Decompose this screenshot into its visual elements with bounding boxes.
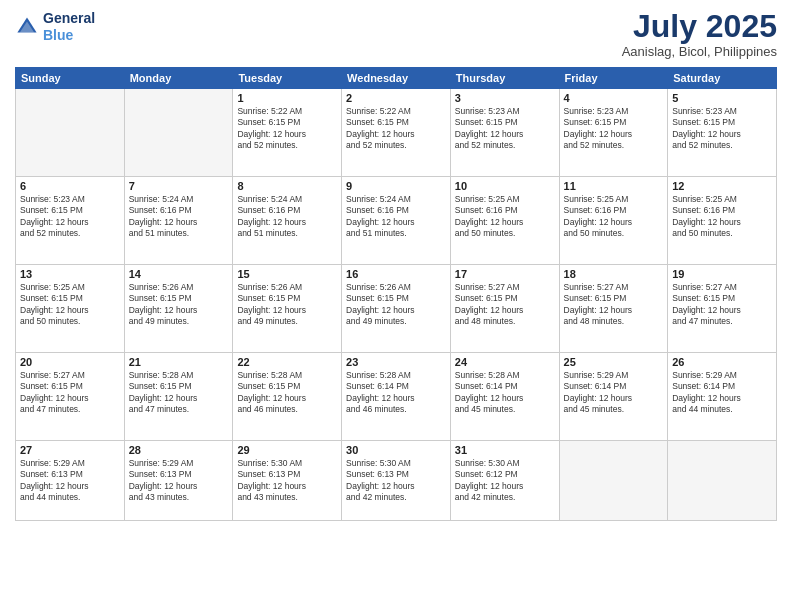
day-number: 13 [20, 268, 120, 280]
table-row: 19Sunrise: 5:27 AM Sunset: 6:15 PM Dayli… [668, 265, 777, 353]
week-row-2: 6Sunrise: 5:23 AM Sunset: 6:15 PM Daylig… [16, 177, 777, 265]
day-info: Sunrise: 5:27 AM Sunset: 6:15 PM Dayligh… [672, 282, 772, 328]
table-row: 13Sunrise: 5:25 AM Sunset: 6:15 PM Dayli… [16, 265, 125, 353]
day-number: 1 [237, 92, 337, 104]
location: Aanislag, Bicol, Philippines [622, 44, 777, 59]
day-number: 2 [346, 92, 446, 104]
table-row: 9Sunrise: 5:24 AM Sunset: 6:16 PM Daylig… [342, 177, 451, 265]
week-row-1: 1Sunrise: 5:22 AM Sunset: 6:15 PM Daylig… [16, 89, 777, 177]
day-number: 17 [455, 268, 555, 280]
day-number: 15 [237, 268, 337, 280]
day-info: Sunrise: 5:22 AM Sunset: 6:15 PM Dayligh… [237, 106, 337, 152]
page: General Blue July 2025 Aanislag, Bicol, … [0, 0, 792, 612]
table-row: 21Sunrise: 5:28 AM Sunset: 6:15 PM Dayli… [124, 353, 233, 441]
day-number: 22 [237, 356, 337, 368]
day-info: Sunrise: 5:30 AM Sunset: 6:13 PM Dayligh… [237, 458, 337, 504]
table-row: 4Sunrise: 5:23 AM Sunset: 6:15 PM Daylig… [559, 89, 668, 177]
col-saturday: Saturday [668, 68, 777, 89]
table-row: 20Sunrise: 5:27 AM Sunset: 6:15 PM Dayli… [16, 353, 125, 441]
day-number: 29 [237, 444, 337, 456]
calendar: Sunday Monday Tuesday Wednesday Thursday… [15, 67, 777, 521]
day-info: Sunrise: 5:24 AM Sunset: 6:16 PM Dayligh… [129, 194, 229, 240]
table-row: 23Sunrise: 5:28 AM Sunset: 6:14 PM Dayli… [342, 353, 451, 441]
day-info: Sunrise: 5:27 AM Sunset: 6:15 PM Dayligh… [455, 282, 555, 328]
day-number: 11 [564, 180, 664, 192]
table-row: 6Sunrise: 5:23 AM Sunset: 6:15 PM Daylig… [16, 177, 125, 265]
day-number: 16 [346, 268, 446, 280]
day-number: 12 [672, 180, 772, 192]
week-row-5: 27Sunrise: 5:29 AM Sunset: 6:13 PM Dayli… [16, 441, 777, 521]
day-info: Sunrise: 5:23 AM Sunset: 6:15 PM Dayligh… [455, 106, 555, 152]
table-row: 28Sunrise: 5:29 AM Sunset: 6:13 PM Dayli… [124, 441, 233, 521]
table-row: 7Sunrise: 5:24 AM Sunset: 6:16 PM Daylig… [124, 177, 233, 265]
logo-text: General Blue [43, 10, 95, 44]
table-row: 2Sunrise: 5:22 AM Sunset: 6:15 PM Daylig… [342, 89, 451, 177]
day-number: 7 [129, 180, 229, 192]
table-row: 30Sunrise: 5:30 AM Sunset: 6:13 PM Dayli… [342, 441, 451, 521]
table-row [16, 89, 125, 177]
month-title: July 2025 [622, 10, 777, 42]
day-info: Sunrise: 5:29 AM Sunset: 6:14 PM Dayligh… [672, 370, 772, 416]
table-row: 14Sunrise: 5:26 AM Sunset: 6:15 PM Dayli… [124, 265, 233, 353]
calendar-header-row: Sunday Monday Tuesday Wednesday Thursday… [16, 68, 777, 89]
day-info: Sunrise: 5:29 AM Sunset: 6:14 PM Dayligh… [564, 370, 664, 416]
day-info: Sunrise: 5:28 AM Sunset: 6:14 PM Dayligh… [346, 370, 446, 416]
day-info: Sunrise: 5:30 AM Sunset: 6:12 PM Dayligh… [455, 458, 555, 504]
day-info: Sunrise: 5:25 AM Sunset: 6:15 PM Dayligh… [20, 282, 120, 328]
table-row: 31Sunrise: 5:30 AM Sunset: 6:12 PM Dayli… [450, 441, 559, 521]
day-info: Sunrise: 5:28 AM Sunset: 6:15 PM Dayligh… [237, 370, 337, 416]
table-row: 10Sunrise: 5:25 AM Sunset: 6:16 PM Dayli… [450, 177, 559, 265]
day-number: 23 [346, 356, 446, 368]
table-row: 16Sunrise: 5:26 AM Sunset: 6:15 PM Dayli… [342, 265, 451, 353]
day-info: Sunrise: 5:25 AM Sunset: 6:16 PM Dayligh… [564, 194, 664, 240]
table-row: 3Sunrise: 5:23 AM Sunset: 6:15 PM Daylig… [450, 89, 559, 177]
col-thursday: Thursday [450, 68, 559, 89]
day-number: 24 [455, 356, 555, 368]
table-row: 12Sunrise: 5:25 AM Sunset: 6:16 PM Dayli… [668, 177, 777, 265]
day-info: Sunrise: 5:27 AM Sunset: 6:15 PM Dayligh… [20, 370, 120, 416]
day-info: Sunrise: 5:30 AM Sunset: 6:13 PM Dayligh… [346, 458, 446, 504]
table-row: 27Sunrise: 5:29 AM Sunset: 6:13 PM Dayli… [16, 441, 125, 521]
table-row [668, 441, 777, 521]
day-number: 27 [20, 444, 120, 456]
day-number: 28 [129, 444, 229, 456]
day-number: 6 [20, 180, 120, 192]
col-sunday: Sunday [16, 68, 125, 89]
day-number: 5 [672, 92, 772, 104]
day-info: Sunrise: 5:27 AM Sunset: 6:15 PM Dayligh… [564, 282, 664, 328]
day-number: 3 [455, 92, 555, 104]
table-row: 29Sunrise: 5:30 AM Sunset: 6:13 PM Dayli… [233, 441, 342, 521]
table-row: 22Sunrise: 5:28 AM Sunset: 6:15 PM Dayli… [233, 353, 342, 441]
day-info: Sunrise: 5:29 AM Sunset: 6:13 PM Dayligh… [20, 458, 120, 504]
table-row: 18Sunrise: 5:27 AM Sunset: 6:15 PM Dayli… [559, 265, 668, 353]
day-info: Sunrise: 5:22 AM Sunset: 6:15 PM Dayligh… [346, 106, 446, 152]
day-number: 8 [237, 180, 337, 192]
day-info: Sunrise: 5:23 AM Sunset: 6:15 PM Dayligh… [672, 106, 772, 152]
header: General Blue July 2025 Aanislag, Bicol, … [15, 10, 777, 59]
day-number: 9 [346, 180, 446, 192]
day-info: Sunrise: 5:23 AM Sunset: 6:15 PM Dayligh… [20, 194, 120, 240]
day-number: 14 [129, 268, 229, 280]
day-info: Sunrise: 5:24 AM Sunset: 6:16 PM Dayligh… [346, 194, 446, 240]
day-number: 18 [564, 268, 664, 280]
day-number: 10 [455, 180, 555, 192]
day-number: 20 [20, 356, 120, 368]
table-row: 24Sunrise: 5:28 AM Sunset: 6:14 PM Dayli… [450, 353, 559, 441]
table-row [559, 441, 668, 521]
week-row-3: 13Sunrise: 5:25 AM Sunset: 6:15 PM Dayli… [16, 265, 777, 353]
table-row: 8Sunrise: 5:24 AM Sunset: 6:16 PM Daylig… [233, 177, 342, 265]
logo-icon [15, 15, 39, 39]
table-row: 17Sunrise: 5:27 AM Sunset: 6:15 PM Dayli… [450, 265, 559, 353]
day-number: 19 [672, 268, 772, 280]
day-info: Sunrise: 5:28 AM Sunset: 6:15 PM Dayligh… [129, 370, 229, 416]
day-info: Sunrise: 5:23 AM Sunset: 6:15 PM Dayligh… [564, 106, 664, 152]
week-row-4: 20Sunrise: 5:27 AM Sunset: 6:15 PM Dayli… [16, 353, 777, 441]
table-row: 25Sunrise: 5:29 AM Sunset: 6:14 PM Dayli… [559, 353, 668, 441]
table-row: 26Sunrise: 5:29 AM Sunset: 6:14 PM Dayli… [668, 353, 777, 441]
day-number: 25 [564, 356, 664, 368]
table-row: 15Sunrise: 5:26 AM Sunset: 6:15 PM Dayli… [233, 265, 342, 353]
day-info: Sunrise: 5:29 AM Sunset: 6:13 PM Dayligh… [129, 458, 229, 504]
day-info: Sunrise: 5:26 AM Sunset: 6:15 PM Dayligh… [346, 282, 446, 328]
day-info: Sunrise: 5:26 AM Sunset: 6:15 PM Dayligh… [129, 282, 229, 328]
logo: General Blue [15, 10, 95, 44]
